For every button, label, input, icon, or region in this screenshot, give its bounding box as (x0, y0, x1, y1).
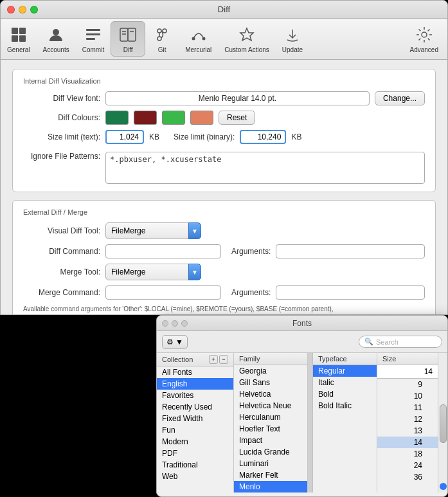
collection-item-web[interactable]: Web (157, 471, 233, 482)
fonts-gear-button[interactable]: ⚙ ▼ (162, 335, 188, 349)
toolbar-item-custom-actions[interactable]: Custom Actions (218, 21, 275, 57)
diff-cmd-input[interactable] (105, 244, 221, 258)
reset-colors-button[interactable]: Reset (219, 111, 255, 125)
toolbar-item-update[interactable]: Update (276, 21, 309, 57)
collection-item-pdf[interactable]: PDF (157, 447, 233, 459)
toolbar-item-mercurial[interactable]: Mercurial (179, 21, 218, 57)
toolbar-item-accounts[interactable]: Accounts (37, 21, 76, 57)
toolbar-item-diff[interactable]: Diff (111, 21, 145, 57)
fonts-search-box[interactable]: 🔍 Search (359, 336, 442, 348)
update-label: Update (282, 46, 303, 53)
family-list: Georgia Gill Sans Helvetica Helvetica Ne… (234, 365, 307, 492)
size-item-11[interactable]: 11 (377, 402, 438, 413)
scroll-indicator-dot (440, 483, 447, 490)
size-binary-input[interactable] (240, 130, 286, 144)
typeface-item-bold-italic[interactable]: Bold Italic (313, 400, 377, 411)
family-item-gill-sans[interactable]: Gill Sans (234, 377, 307, 388)
diff-icon (118, 24, 138, 45)
family-item-hoefler-text[interactable]: Hoefler Text (234, 423, 307, 435)
size-input[interactable] (377, 365, 438, 379)
typeface-item-regular[interactable]: Regular (313, 365, 377, 377)
size-scrollbar-thumb[interactable] (440, 404, 447, 443)
collection-add-btn[interactable]: + (209, 355, 218, 364)
collection-item-fun[interactable]: Fun (157, 424, 233, 436)
family-item-herculanum[interactable]: Herculanum (234, 411, 307, 423)
collection-item-all-fonts[interactable]: All Fonts (157, 366, 233, 378)
size-text-input[interactable] (105, 130, 144, 144)
diff-cmd-row: Diff Command: Arguments: (23, 244, 425, 258)
color-swatch-2[interactable] (134, 111, 157, 125)
svg-rect-7 (86, 38, 95, 40)
fonts-minimize-btn[interactable] (172, 320, 178, 327)
color-swatch-1[interactable] (105, 111, 129, 125)
typeface-column: Typeface Regular Italic Bold Bold Italic (313, 353, 377, 492)
collection-item-modern[interactable]: Modern (157, 436, 233, 447)
visual-diff-label: Visual Diff Tool: (23, 226, 100, 235)
fonts-close-btn[interactable] (162, 320, 168, 327)
typeface-list: Regular Italic Bold Bold Italic (313, 365, 377, 492)
color-swatch-4[interactable] (190, 111, 213, 125)
size-item-18[interactable]: 18 (377, 448, 438, 460)
size-text-label: Size limit (text): (23, 132, 100, 141)
size-item-10[interactable]: 10 (377, 390, 438, 402)
family-item-luminari[interactable]: Luminari (234, 458, 307, 469)
maximize-button[interactable] (30, 6, 38, 14)
merge-tool-dropdown-btn[interactable]: ▼ (188, 264, 201, 280)
toolbar-item-advanced[interactable]: Advanced (401, 21, 447, 57)
internal-section-title: Internal Diff Visualization (23, 77, 425, 85)
family-scroll-indicator (308, 353, 313, 492)
close-button[interactable] (7, 6, 15, 14)
svg-rect-9 (128, 28, 136, 41)
size-column: Size 9 10 11 12 13 14 18 24 36 (377, 353, 438, 492)
merge-tool-select[interactable]: FileMerge (105, 264, 189, 280)
toolbar-item-git[interactable]: Git (145, 21, 179, 57)
fonts-maximize-btn[interactable] (181, 320, 188, 327)
family-column: Family Georgia Gill Sans Helvetica Helve… (234, 353, 308, 492)
size-item-12[interactable]: 12 (377, 413, 438, 425)
svg-rect-8 (120, 28, 128, 41)
typeface-item-bold[interactable]: Bold (313, 388, 377, 400)
collection-header: Collection + − (157, 353, 233, 366)
typeface-item-italic[interactable]: Italic (313, 377, 377, 388)
external-section-title: External Diff / Merge (23, 208, 425, 216)
toolbar-item-general[interactable]: General (1, 21, 37, 57)
gear-icon: ⚙ (166, 338, 174, 347)
svg-rect-6 (86, 33, 100, 35)
mercurial-label: Mercurial (185, 46, 211, 53)
toolbar-item-commit[interactable]: Commit (76, 21, 111, 57)
collection-item-english[interactable]: English (157, 378, 233, 390)
diff-args-input[interactable] (276, 244, 425, 258)
merge-args-input[interactable] (276, 285, 425, 300)
collection-item-fixed-width[interactable]: Fixed Width (157, 413, 233, 424)
custom-actions-icon (237, 24, 257, 45)
ignore-patterns-input[interactable] (105, 152, 425, 184)
external-section: External Diff / Merge Visual Diff Tool: … (12, 200, 436, 315)
visual-diff-select[interactable]: FileMerge (105, 222, 189, 239)
collection-item-traditional[interactable]: Traditional (157, 459, 233, 471)
collection-remove-btn[interactable]: − (219, 355, 228, 364)
family-item-helvetica-neue[interactable]: Helvetica Neue (234, 400, 307, 411)
collection-item-recently-used[interactable]: Recently Used (157, 401, 233, 413)
family-item-helvetica[interactable]: Helvetica (234, 388, 307, 400)
size-text-unit: KB (149, 132, 159, 141)
collection-list: All Fonts English Favorites Recently Use… (157, 366, 233, 492)
collection-header-buttons: + − (209, 355, 228, 364)
family-item-impact[interactable]: Impact (234, 435, 307, 446)
commit-icon (83, 24, 103, 45)
visual-diff-dropdown-btn[interactable]: ▼ (188, 222, 201, 239)
merge-cmd-input[interactable] (105, 285, 221, 300)
size-item-24[interactable]: 24 (377, 460, 438, 471)
family-item-menlo[interactable]: Menlo (234, 481, 307, 492)
family-item-georgia[interactable]: Georgia (234, 365, 307, 377)
collection-item-favorites[interactable]: Favorites (157, 390, 233, 401)
family-item-lucida-grande[interactable]: Lucida Grande (234, 446, 307, 458)
family-item-marker-felt[interactable]: Marker Felt (234, 469, 307, 481)
size-item-9[interactable]: 9 (377, 379, 438, 390)
size-item-36[interactable]: 36 (377, 471, 438, 483)
size-item-14[interactable]: 14 (377, 437, 438, 448)
color-swatch-3[interactable] (162, 111, 185, 125)
size-item-13[interactable]: 13 (377, 425, 438, 437)
minimize-button[interactable] (19, 6, 26, 14)
toolbar-spacer (309, 21, 400, 57)
change-font-button[interactable]: Change... (375, 91, 425, 105)
